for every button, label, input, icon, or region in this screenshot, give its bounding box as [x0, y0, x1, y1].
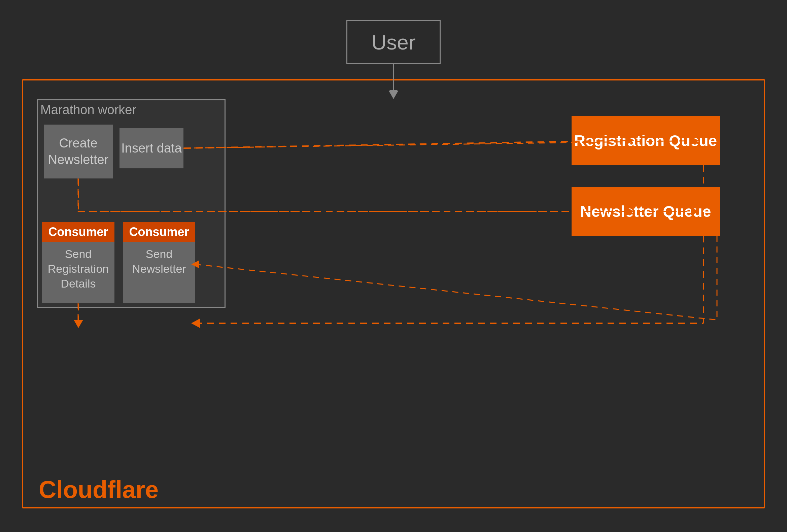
- newsletter-queue-box: Newsletter Queue: [572, 187, 720, 236]
- user-box: User: [346, 20, 441, 64]
- diagram: User Cloudflare Marathon worker Create N…: [0, 0, 787, 532]
- consumer-newsletter-box: Consumer Send Newsletter: [123, 222, 195, 303]
- insert-data-text: Insert data: [121, 141, 182, 155]
- consumer-registration-label: Consumer: [48, 225, 108, 239]
- consumer-registration-box: Consumer Send Registration Details: [42, 222, 114, 303]
- create-newsletter-text: Create Newsletter: [44, 135, 113, 168]
- registration-queue-text: Registration Queue: [574, 132, 717, 150]
- registration-queue-box: Registration Queue: [572, 116, 720, 165]
- consumer-newsletter-header: Consumer: [123, 222, 195, 242]
- newsletter-queue-text: Newsletter Queue: [580, 203, 711, 220]
- create-newsletter-box: Create Newsletter: [44, 125, 113, 178]
- consumer-registration-text: Send Registration Details: [42, 242, 114, 296]
- consumer-newsletter-label: Consumer: [129, 225, 189, 239]
- marathon-label: Marathon worker: [40, 103, 136, 117]
- consumer-newsletter-text: Send Newsletter: [123, 242, 195, 281]
- insert-data-box: Insert data: [120, 128, 184, 168]
- consumer-registration-header: Consumer: [42, 222, 114, 242]
- cloudflare-label: Cloudflare: [39, 476, 158, 503]
- user-label: User: [371, 30, 416, 54]
